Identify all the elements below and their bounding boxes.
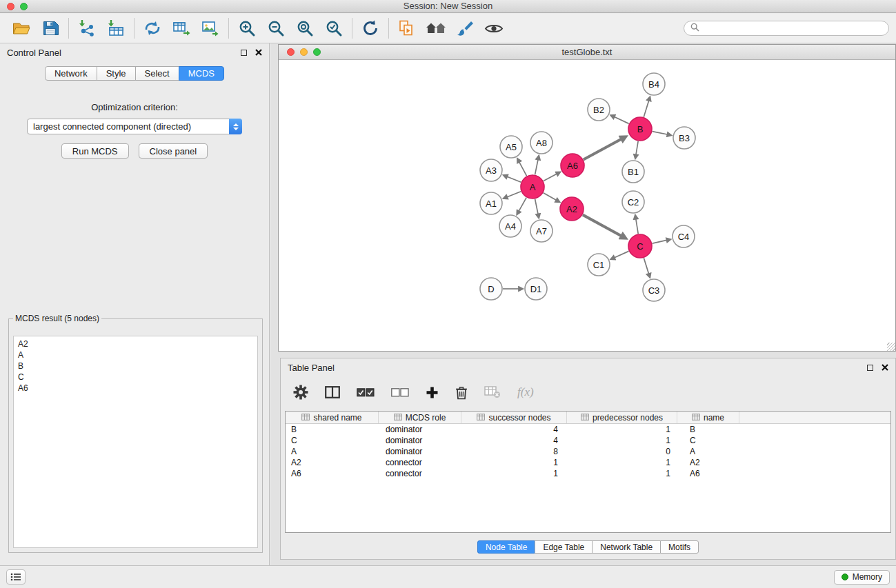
graph-node-A1[interactable]: A1 bbox=[480, 192, 502, 214]
graph-node-A3[interactable]: A3 bbox=[480, 159, 502, 181]
close-window-button[interactable] bbox=[7, 3, 14, 10]
float-table-panel-icon[interactable] bbox=[867, 365, 873, 371]
close-panel-icon[interactable] bbox=[255, 48, 262, 58]
graph-edge-C-C2[interactable] bbox=[636, 219, 638, 234]
graph-edge-B-B3[interactable] bbox=[653, 132, 668, 134]
graph-node-A6[interactable]: A6 bbox=[561, 154, 584, 177]
network-zoom-button[interactable] bbox=[313, 48, 321, 56]
graph-node-B2[interactable]: B2 bbox=[588, 99, 610, 121]
graph-node-C3[interactable]: C3 bbox=[643, 279, 665, 301]
tab-edge-table[interactable]: Edge Table bbox=[535, 540, 593, 554]
tab-select[interactable]: Select bbox=[135, 66, 179, 81]
network-window-titlebar[interactable]: testGlobe.txt bbox=[279, 45, 895, 60]
graph-edge-A-A8[interactable] bbox=[535, 159, 538, 174]
column-header-successor-nodes[interactable]: successor nodes bbox=[461, 412, 567, 423]
zoom-window-button[interactable] bbox=[20, 3, 28, 10]
graph-node-B3[interactable]: B3 bbox=[673, 127, 695, 149]
deselect-all-icon[interactable] bbox=[391, 388, 409, 397]
search-input[interactable] bbox=[704, 23, 882, 33]
graph-node-A8[interactable]: A8 bbox=[530, 132, 552, 154]
graph-edge-B-B2[interactable] bbox=[615, 117, 629, 124]
result-item[interactable]: C bbox=[18, 372, 253, 383]
graph-edge-A-A5[interactable] bbox=[519, 162, 527, 176]
graph-edge-A-A2[interactable] bbox=[544, 193, 557, 200]
tab-node-table[interactable]: Node Table bbox=[477, 540, 536, 554]
open-recent-icon[interactable] bbox=[392, 16, 421, 41]
table-row[interactable]: A2connector11A2 bbox=[286, 457, 890, 468]
function-icon[interactable]: f(x) bbox=[517, 385, 534, 399]
graph-edge-C-C3[interactable] bbox=[644, 258, 648, 274]
graph-node-B4[interactable]: B4 bbox=[643, 73, 665, 95]
close-table-panel-icon[interactable] bbox=[882, 363, 888, 373]
graph-node-C1[interactable]: C1 bbox=[588, 254, 610, 276]
tab-motifs[interactable]: Motifs bbox=[660, 540, 699, 554]
zoom-out-icon[interactable] bbox=[261, 16, 290, 41]
show-details-eye-icon[interactable] bbox=[479, 16, 508, 41]
graph-edge-A6-B[interactable] bbox=[584, 139, 621, 160]
resize-handle[interactable] bbox=[887, 343, 895, 351]
export-network-icon[interactable] bbox=[138, 16, 167, 41]
graph-edge-A-A3[interactable] bbox=[507, 176, 521, 182]
export-image-icon[interactable] bbox=[196, 16, 225, 41]
network-canvas[interactable]: B4B2BB3A5A8A6B1A3AC2A1A2A4A7C4CC1C3DD1 bbox=[279, 61, 895, 351]
zoom-in-icon[interactable] bbox=[232, 16, 261, 41]
graph-node-A4[interactable]: A4 bbox=[499, 215, 521, 237]
tab-network[interactable]: Network bbox=[45, 66, 97, 81]
layout-refresh-icon[interactable] bbox=[356, 16, 385, 41]
graph-edge-C-C1[interactable] bbox=[615, 251, 629, 257]
result-item[interactable]: A bbox=[18, 349, 253, 361]
graph-node-B[interactable]: B bbox=[628, 117, 652, 141]
graph-node-C[interactable]: C bbox=[628, 234, 652, 258]
tab-style[interactable]: Style bbox=[97, 66, 136, 81]
graph-node-D[interactable]: D bbox=[480, 278, 502, 300]
column-icon[interactable] bbox=[325, 386, 340, 398]
column-header-MCDS-role[interactable]: MCDS role bbox=[379, 412, 461, 423]
graph-node-C4[interactable]: C4 bbox=[673, 225, 695, 247]
memory-button[interactable]: Memory bbox=[834, 570, 890, 585]
graph-edge-A-A7[interactable] bbox=[535, 199, 538, 214]
save-session-icon[interactable] bbox=[36, 16, 65, 41]
network-minimize-button[interactable] bbox=[300, 48, 308, 56]
graph-edge-B-B1[interactable] bbox=[636, 141, 638, 155]
table-row[interactable]: A6connector11A6 bbox=[286, 468, 890, 479]
table-row[interactable]: Cdominator41C bbox=[286, 435, 890, 446]
delete-table-icon[interactable] bbox=[484, 386, 501, 398]
network-close-button[interactable] bbox=[287, 48, 295, 56]
graph-node-C2[interactable]: C2 bbox=[622, 191, 644, 213]
graph-edge-C-C4[interactable] bbox=[653, 240, 667, 243]
criterion-dropdown[interactable]: largest connected component (directed) bbox=[27, 119, 242, 134]
graph-node-A2[interactable]: A2 bbox=[560, 197, 584, 221]
zoom-selected-icon[interactable] bbox=[319, 16, 348, 41]
home-icon[interactable] bbox=[421, 16, 450, 41]
run-mcds-button[interactable]: Run MCDS bbox=[61, 143, 129, 159]
graph-node-A5[interactable]: A5 bbox=[500, 136, 522, 158]
graph-edge-A-A4[interactable] bbox=[519, 198, 526, 212]
settings-gear-icon[interactable] bbox=[293, 385, 308, 400]
search-box[interactable] bbox=[684, 21, 889, 36]
network-graph[interactable]: B4B2BB3A5A8A6B1A3AC2A1A2A4A7C4CC1C3DD1 bbox=[279, 61, 895, 351]
export-table-icon[interactable] bbox=[167, 16, 196, 41]
graph-edge-A2-C[interactable] bbox=[583, 215, 621, 236]
select-all-icon[interactable] bbox=[357, 388, 375, 397]
style-brush-icon[interactable] bbox=[450, 16, 479, 41]
delete-row-icon[interactable] bbox=[455, 385, 468, 400]
mcds-result-list[interactable]: A2ABCA6 bbox=[13, 336, 258, 548]
result-item[interactable]: A6 bbox=[18, 383, 253, 394]
graph-node-A[interactable]: A bbox=[521, 175, 544, 199]
tab-network-table[interactable]: Network Table bbox=[592, 540, 661, 554]
graph-node-B1[interactable]: B1 bbox=[622, 161, 644, 183]
zoom-fit-icon[interactable] bbox=[290, 16, 319, 41]
table-row[interactable]: Adominator80A bbox=[286, 446, 890, 457]
column-header-shared-name[interactable]: shared name bbox=[286, 412, 379, 423]
open-session-icon[interactable] bbox=[7, 16, 36, 41]
table-row[interactable]: Bdominator41B bbox=[286, 424, 890, 435]
tab-mcds[interactable]: MCDS bbox=[179, 66, 224, 81]
import-table-icon[interactable] bbox=[101, 16, 130, 41]
graph-edge-A-A1[interactable] bbox=[507, 192, 521, 197]
graph-node-D1[interactable]: D1 bbox=[525, 278, 547, 300]
column-header-name[interactable]: name bbox=[677, 412, 739, 423]
float-panel-icon[interactable] bbox=[241, 50, 247, 56]
graph-edge-B-B4[interactable] bbox=[644, 101, 648, 117]
column-header-predecessor-nodes[interactable]: predecessor nodes bbox=[567, 412, 677, 423]
graph-node-A7[interactable]: A7 bbox=[530, 220, 552, 242]
